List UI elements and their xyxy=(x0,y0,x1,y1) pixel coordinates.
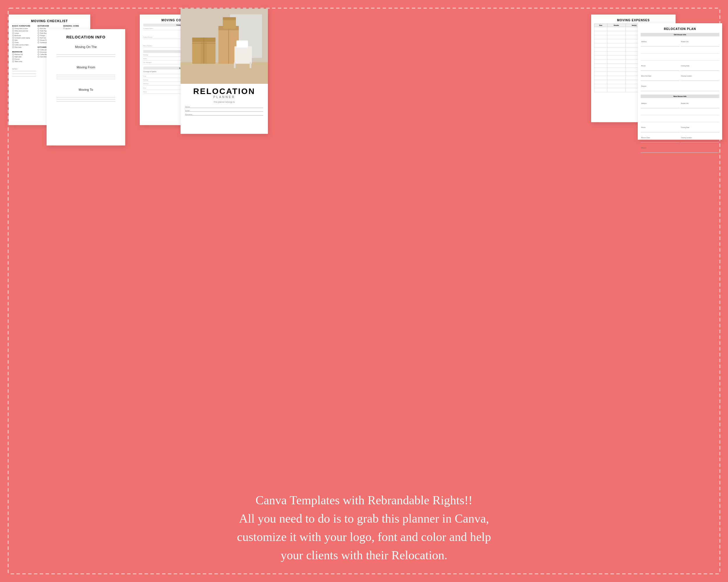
moving-on-line1 xyxy=(56,54,115,55)
old-phone-grid: Phone: Closing Date: xyxy=(641,62,719,71)
moving-to-section: Moving To xyxy=(51,88,121,102)
checklist-item: Bookcase xyxy=(12,35,36,36)
moving-to-line2 xyxy=(56,99,115,100)
old-phone: Phone: xyxy=(641,62,680,71)
cover-name-field: Name xyxy=(185,106,263,108)
checklist-item: Dresser xyxy=(12,58,36,60)
old-address: Address: xyxy=(641,37,680,47)
old-closing-loc: Closing Location: xyxy=(680,72,720,81)
cover-email-field: Email xyxy=(185,110,263,112)
old-house-grid: Address: Realtor Info: xyxy=(641,37,719,47)
bottom-text-section: Canva Templates with Rebrandable Rights!… xyxy=(18,491,710,564)
relocation-plan-title: RELOCATION PLAN xyxy=(641,27,719,31)
checklist-item: Lamps xyxy=(12,32,36,34)
contact-person-field: Contact Person: xyxy=(143,36,183,45)
cover-card: RELOCATION PLANNER This planner belongs … xyxy=(181,9,268,134)
expense-cell xyxy=(607,64,625,68)
moving-to-line3 xyxy=(56,101,115,102)
bottom-line2: All you need to do is to grab this plann… xyxy=(18,509,710,528)
expense-cell xyxy=(607,35,625,39)
new-house-grid: Address: Realtor Info: xyxy=(641,99,719,108)
cover-bottom: RELOCATION PLANNER This planner belongs … xyxy=(181,84,268,121)
pages-section: MOVING CHECKLIST BASIC FURNITURE Dining … xyxy=(0,0,728,198)
date-col-header: Date xyxy=(594,24,607,27)
truck-field: Truck: xyxy=(143,58,183,61)
expense-cell xyxy=(594,27,607,31)
expense-cell xyxy=(594,52,607,56)
expense-cell xyxy=(594,84,607,88)
cover-subtitle: PLANNER xyxy=(185,95,263,99)
new-house-header: New House Info xyxy=(641,94,719,98)
general-header: GENERAL HOME xyxy=(63,25,87,27)
expense-cell xyxy=(594,35,607,39)
packing-field: Packing: xyxy=(143,54,183,57)
expense-cell xyxy=(607,48,625,52)
cover-image-area xyxy=(181,9,268,84)
expense-cell xyxy=(607,84,625,88)
old-move-out: Move Out Date: xyxy=(641,72,680,81)
expense-cell xyxy=(594,39,607,44)
expense-cell xyxy=(594,68,607,72)
expense-cell xyxy=(607,44,625,48)
svg-rect-18 xyxy=(236,40,248,48)
svg-rect-15 xyxy=(234,46,252,64)
expense-cell xyxy=(594,44,607,48)
new-phone-grid: Phone: Closing Date: xyxy=(641,123,719,132)
expense-cell xyxy=(594,72,607,76)
expense-cell xyxy=(594,88,607,92)
relocation-info-card: RELOCATION INFO Moving On The Moving Fro… xyxy=(47,29,125,145)
expense-cell xyxy=(607,27,625,31)
expense-cell xyxy=(594,64,607,68)
old-house-header: Old House Info xyxy=(641,33,719,36)
expense-cell xyxy=(607,80,625,84)
moving-on-section: Moving On The xyxy=(51,45,121,57)
cover-title: RELOCATION xyxy=(185,87,263,95)
packing2-field: Packing: xyxy=(143,79,183,82)
moving-to-label: Moving To xyxy=(51,88,121,91)
expense-cell xyxy=(607,52,625,56)
svg-rect-2 xyxy=(181,61,268,84)
new-closing-date: Closing Date: xyxy=(680,123,720,132)
expense-cell xyxy=(594,31,607,35)
checklist-item: Coffee and End Table xyxy=(12,44,36,46)
checklist-item: Sofa xyxy=(12,39,36,41)
checklist-item: Computer and/or laptop xyxy=(12,37,36,39)
checklist-item: Table Lamp xyxy=(12,60,36,62)
svg-rect-9 xyxy=(201,37,207,64)
svg-rect-16 xyxy=(234,62,236,68)
new-realtor-space xyxy=(641,116,719,122)
section-gap xyxy=(641,91,719,94)
phone-number-field: Phone Number: xyxy=(143,45,183,48)
notes-section: NOTES xyxy=(12,68,36,70)
expense-cell xyxy=(594,56,607,60)
new-realtor: Realtor Info: xyxy=(680,99,720,108)
cost-field: Cost: xyxy=(143,75,183,79)
furniture-header: BASIC FURNITURE xyxy=(12,25,36,27)
svg-rect-17 xyxy=(250,62,251,68)
moving-from-line3 xyxy=(56,79,115,79)
moving-from-line1 xyxy=(56,75,115,75)
expense-cell xyxy=(607,31,625,35)
expense-cell xyxy=(607,88,625,92)
checklist-item: Dining table & chairs xyxy=(12,28,36,29)
old-address-space xyxy=(641,48,719,54)
relocation-plan-card: RELOCATION PLAN Old House Info Address: … xyxy=(638,23,722,140)
old-deposit: Deposit: xyxy=(641,82,719,91)
new-move-grid: Move in Date: Closing Location: xyxy=(641,134,719,143)
company-name-field: Company Name: xyxy=(143,28,183,36)
old-realtor-space xyxy=(641,55,719,60)
new-phone: Phone: xyxy=(641,123,680,132)
cover-belongs: This planner belongs to xyxy=(185,101,263,103)
bottom-line1: Canva Templates with Rebrandable Rights!… xyxy=(18,491,710,509)
new-address: Address: xyxy=(641,99,680,108)
bathroom-header: BATHROOM xyxy=(37,25,61,27)
checklist-item: Office desk and chair xyxy=(12,30,36,32)
car-transport-field: Car Transport: xyxy=(143,62,183,65)
moving-on-label: Moving On The xyxy=(51,45,121,49)
old-realtor: Realtor Info: xyxy=(680,37,720,47)
bottom-line4: your clients with their Relocation. xyxy=(18,546,710,564)
checklist-item: Chairs xyxy=(12,41,36,44)
new-deposit: Deposit: xyxy=(641,144,719,153)
checklist-col-furniture: BASIC FURNITURE Dining table & chairs Of… xyxy=(12,25,36,77)
expenses-title: MOVING EXPENSES xyxy=(594,19,673,22)
